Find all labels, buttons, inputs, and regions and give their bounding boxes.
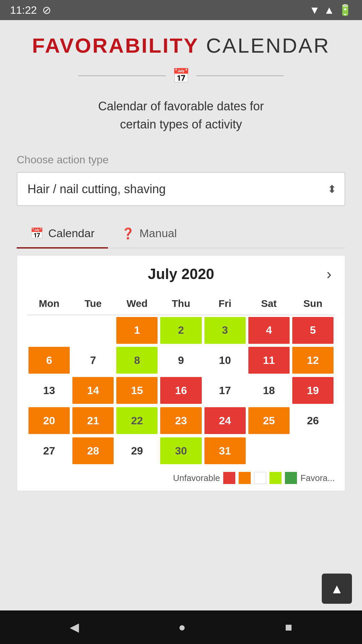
day-number: 18: [248, 377, 290, 404]
day-number: 4: [248, 317, 290, 344]
month-year-label: July 2020: [148, 266, 214, 282]
weekday-wed: Wed: [115, 292, 159, 315]
battery-icon: 🔋: [339, 4, 352, 16]
main-content: FAVORABILITY CALENDAR 📅 Calendar of favo…: [0, 20, 362, 610]
calendar-day-cell[interactable]: 27: [27, 436, 71, 466]
day-number: 22: [116, 407, 158, 434]
calendar-day-cell[interactable]: 26: [291, 406, 335, 436]
day-number: 14: [72, 377, 114, 404]
calendar-day-cell[interactable]: 20: [27, 406, 71, 436]
tab-manual-label: Manual: [139, 227, 177, 240]
next-month-button[interactable]: ›: [326, 266, 331, 282]
calendar-day-cell[interactable]: 5: [291, 315, 335, 345]
weekday-sun: Sun: [291, 292, 335, 315]
day-number: 25: [248, 407, 290, 434]
legend-green: [285, 472, 297, 484]
recents-button[interactable]: ■: [285, 620, 292, 634]
calendar-day-cell[interactable]: 23: [159, 406, 203, 436]
back-button[interactable]: ◀: [70, 620, 79, 634]
calendar-day-cell: [27, 315, 71, 345]
legend-neutral: [254, 472, 266, 484]
day-number: 21: [72, 407, 114, 434]
calendar-day-cell[interactable]: 6: [27, 345, 71, 375]
weekday-sat: Sat: [247, 292, 291, 315]
tab-calendar[interactable]: 📅 Calendar: [17, 219, 108, 249]
day-number: [28, 317, 70, 344]
calendar-day-cell[interactable]: 25: [247, 406, 291, 436]
calendar-day-cell[interactable]: 22: [115, 406, 159, 436]
calendar-day-cell[interactable]: 17: [203, 375, 247, 406]
calendar-day-cell[interactable]: 1: [115, 315, 159, 345]
calendar-day-cell[interactable]: 13: [27, 375, 71, 406]
day-number: 5: [292, 317, 334, 344]
wifi-icon: ▼: [309, 4, 320, 16]
calendar-day-cell[interactable]: 12: [291, 345, 335, 375]
calendar-week-row-4: 20212223242526: [27, 406, 335, 436]
calendar-day-cell[interactable]: 11: [247, 345, 291, 375]
day-number: 8: [116, 347, 158, 374]
calendar-day-cell[interactable]: 21: [71, 406, 115, 436]
action-type-select[interactable]: Hair / nail cutting, shaving Business / …: [17, 173, 345, 205]
day-number: 3: [204, 317, 246, 344]
day-number: 16: [160, 377, 201, 404]
app-title: FAVORABILITY CALENDAR: [17, 34, 345, 57]
calendar-week-row-1: 12345: [27, 315, 335, 345]
action-label: Choose action type: [17, 154, 345, 166]
calendar-day-cell[interactable]: 24: [203, 406, 247, 436]
weekday-thu: Thu: [159, 292, 203, 315]
tabs-row: 📅 Calendar ❓ Manual: [17, 219, 345, 249]
home-button[interactable]: ●: [178, 620, 186, 634]
day-number: 7: [72, 347, 114, 374]
calendar-day-cell[interactable]: 3: [203, 315, 247, 345]
calendar-day-cell[interactable]: 18: [247, 375, 291, 406]
favorable-label: Favora...: [300, 473, 335, 483]
calendar-day-cell[interactable]: 8: [115, 345, 159, 375]
calendar-header: July 2020 ›: [27, 266, 335, 282]
calendar-day-cell[interactable]: 2: [159, 315, 203, 345]
weekday-fri: Fri: [203, 292, 247, 315]
calendar-day-cell: [71, 315, 115, 345]
tab-manual[interactable]: ❓ Manual: [108, 219, 190, 249]
circle-icon: ⊘: [42, 4, 51, 16]
calendar-week-row-3: 13141516171819: [27, 375, 335, 406]
calendar-day-cell[interactable]: 29: [115, 436, 159, 466]
status-right: ▼ ▲ 🔋: [309, 4, 352, 16]
calendar-day-cell[interactable]: 16: [159, 375, 203, 406]
calendar-day-cell[interactable]: 7: [71, 345, 115, 375]
day-number: 30: [160, 437, 201, 464]
status-bar: 11:22 ⊘ ▼ ▲ 🔋: [0, 0, 362, 20]
calendar-day-cell: [247, 436, 291, 466]
calendar-day-cell[interactable]: 19: [291, 375, 335, 406]
day-number: [292, 437, 334, 464]
action-type-select-wrapper[interactable]: Hair / nail cutting, shaving Business / …: [17, 172, 345, 206]
divider-right: [196, 75, 284, 76]
calendar-day-cell[interactable]: 14: [71, 375, 115, 406]
scroll-to-top-button[interactable]: ▲: [322, 574, 352, 604]
calendar-day-cell[interactable]: 31: [203, 436, 247, 466]
calendar-day-cell[interactable]: 15: [115, 375, 159, 406]
calendar-day-cell[interactable]: 10: [203, 345, 247, 375]
manual-tab-icon: ❓: [121, 227, 135, 240]
day-number: 6: [28, 347, 70, 374]
divider-row: 📅: [17, 67, 345, 84]
weekday-header-row: Mon Tue Wed Thu Fri Sat Sun: [27, 292, 335, 315]
day-number: 19: [292, 377, 334, 404]
bottom-nav-bar: ◀ ● ■: [0, 610, 362, 644]
day-number: 12: [292, 347, 334, 374]
weekday-mon: Mon: [27, 292, 71, 315]
day-number: 26: [292, 407, 334, 434]
day-number: 17: [204, 377, 246, 404]
calendar-day-cell[interactable]: 9: [159, 345, 203, 375]
calendar-day-cell[interactable]: 4: [247, 315, 291, 345]
day-number: 29: [116, 437, 158, 464]
calendar-card: July 2020 › Mon Tue Wed Thu Fri Sat Sun …: [17, 255, 345, 491]
day-number: 15: [116, 377, 158, 404]
calendar-day-cell[interactable]: 28: [71, 436, 115, 466]
day-number: 27: [28, 437, 70, 464]
day-number: 23: [160, 407, 201, 434]
day-number: 11: [248, 347, 290, 374]
divider-left: [78, 75, 166, 76]
day-number: 10: [204, 347, 246, 374]
calendar-day-cell[interactable]: 30: [159, 436, 203, 466]
day-number: 2: [160, 317, 201, 344]
